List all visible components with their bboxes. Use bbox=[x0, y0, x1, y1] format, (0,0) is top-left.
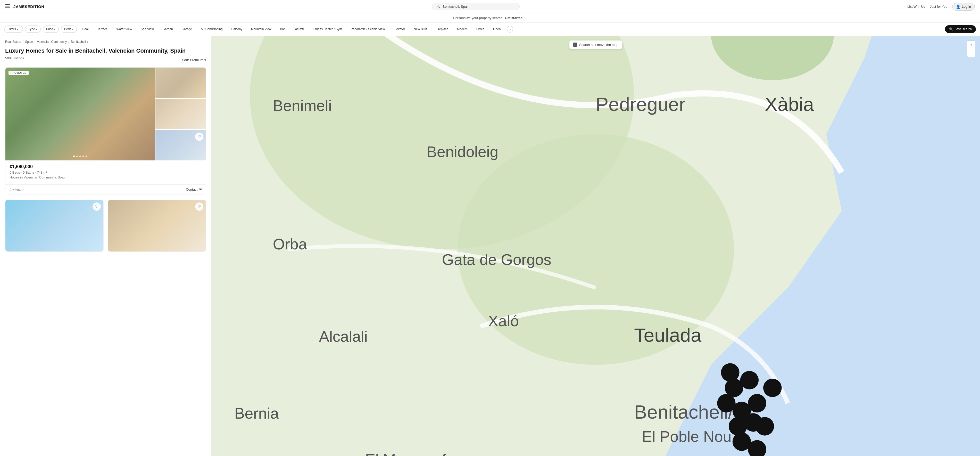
scroll-right-icon[interactable]: › bbox=[507, 26, 513, 32]
side-image-2 bbox=[156, 99, 206, 129]
sea-view-tag[interactable]: Sea View bbox=[137, 26, 157, 33]
image-dots bbox=[73, 156, 87, 157]
price-chevron: ▾ bbox=[54, 28, 56, 31]
search-as-move-control[interactable]: Search as I move the map bbox=[570, 40, 622, 49]
open-tag[interactable]: Open bbox=[490, 26, 504, 33]
zoom-in-button[interactable]: + bbox=[967, 40, 975, 49]
card-footer: luxinmo Contact ✉ bbox=[5, 184, 206, 194]
side-image-3: ♡ bbox=[156, 130, 206, 160]
personalize-bar: Personalize your property search Get sta… bbox=[0, 13, 980, 23]
type-filter[interactable]: Type ▾ bbox=[25, 26, 41, 33]
secondary-cards-row: ♡ ♡ bbox=[5, 199, 206, 252]
beds-filter[interactable]: Beds ▾ bbox=[61, 26, 77, 33]
air-conditioning-tag[interactable]: Air Conditioning bbox=[197, 26, 226, 33]
pool-tag[interactable]: Pool bbox=[79, 26, 92, 33]
page-title: Luxury Homes for Sale in Benitachell, Va… bbox=[5, 47, 206, 55]
filters-button[interactable]: Filters ⇄ bbox=[4, 26, 23, 33]
search-text: Benitachell, Spain bbox=[442, 5, 469, 8]
dot-3 bbox=[79, 156, 81, 157]
svg-text:Xaló: Xaló bbox=[488, 313, 519, 330]
new-built-tag[interactable]: New Built bbox=[410, 26, 430, 33]
save-listing-3-button[interactable]: ♡ bbox=[195, 202, 204, 211]
balcony-tag[interactable]: Balcony bbox=[228, 26, 246, 33]
svg-text:Benimeli: Benimeli bbox=[273, 97, 332, 114]
side-images: ♡ bbox=[156, 68, 206, 160]
sort-button[interactable]: Sort: Premium ▾ bbox=[182, 58, 206, 62]
breadcrumb-sep-2: / bbox=[35, 40, 35, 44]
small-card-1: ♡ bbox=[5, 199, 103, 252]
get-started-link[interactable]: Get started → bbox=[505, 16, 527, 20]
terrace-tag[interactable]: Terrace bbox=[94, 26, 111, 33]
price-filter[interactable]: Price ▾ bbox=[43, 26, 59, 33]
contact-icon: ✉ bbox=[199, 188, 202, 191]
main-image-placeholder bbox=[5, 68, 155, 160]
small-card-2: ♡ bbox=[108, 199, 206, 252]
search-bar[interactable]: 🔍 Benitachell, Spain bbox=[432, 3, 520, 10]
agent-logo: luxinmo bbox=[10, 187, 24, 191]
svg-text:Gata de Gorgos: Gata de Gorgos bbox=[442, 251, 551, 268]
login-button[interactable]: 👤 Log in bbox=[952, 3, 975, 11]
breadcrumb-sep-1: / bbox=[23, 40, 24, 44]
breadcrumb-real-estate[interactable]: Real Estate bbox=[5, 40, 21, 44]
svg-point-35 bbox=[729, 417, 747, 435]
small-image-placeholder-2 bbox=[108, 200, 206, 252]
svg-rect-0 bbox=[5, 5, 10, 5]
small-card-image-1: ♡ bbox=[5, 200, 103, 252]
bar-tag[interactable]: Bar bbox=[277, 26, 288, 33]
breadcrumb-benitachell[interactable]: Benitachell ▾ bbox=[71, 40, 88, 44]
dot-4 bbox=[82, 156, 84, 157]
breadcrumb-chevron: ▾ bbox=[87, 40, 88, 43]
water-view-tag[interactable]: Water View bbox=[113, 26, 135, 33]
menu-icon[interactable] bbox=[5, 5, 10, 9]
map-panel: Monte Pego El Verger Dénia Benimeli Beni… bbox=[212, 36, 980, 456]
svg-text:El Masserof: El Masserof bbox=[365, 451, 446, 456]
save-search-icon: 🔍 bbox=[949, 27, 953, 31]
breadcrumb-valencian[interactable]: Valencian Community bbox=[37, 40, 67, 44]
fitness-center-tag[interactable]: Fitness Center / Gym bbox=[309, 26, 345, 33]
card-info: €1,690,000 6 Beds · 5 Baths · 743 m² Hou… bbox=[5, 160, 206, 184]
search-bar-wrapper: 🔍 Benitachell, Spain bbox=[49, 3, 902, 10]
svg-point-39 bbox=[721, 363, 740, 382]
save-search-button[interactable]: 🔍 Save search bbox=[945, 25, 976, 33]
breadcrumb-sep-3: / bbox=[68, 40, 69, 44]
dot-5 bbox=[85, 156, 87, 157]
svg-rect-1 bbox=[5, 6, 10, 6]
map-zoom-controls: + − bbox=[967, 40, 975, 57]
site-logo[interactable]: JAMESEDITION bbox=[13, 5, 45, 9]
fireplace-tag[interactable]: Fireplace bbox=[432, 26, 452, 33]
card-location: House in Valencian Community, Spain bbox=[10, 175, 202, 179]
listing-count: 500+ listings bbox=[5, 56, 24, 60]
small-image-placeholder-1 bbox=[5, 200, 103, 252]
map-svg: Monte Pego El Verger Dénia Benimeli Beni… bbox=[212, 36, 980, 456]
save-listing-button[interactable]: ♡ bbox=[195, 132, 204, 141]
elevator-tag[interactable]: Elevator bbox=[390, 26, 408, 33]
office-tag[interactable]: Office bbox=[473, 26, 488, 33]
breadcrumb-spain[interactable]: Spain bbox=[25, 40, 33, 44]
garage-tag[interactable]: Garage bbox=[178, 26, 196, 33]
save-listing-2-button[interactable]: ♡ bbox=[92, 202, 101, 211]
type-chevron: ▾ bbox=[36, 28, 37, 31]
modern-tag[interactable]: Modern bbox=[453, 26, 471, 33]
card-specs: 6 Beds · 5 Baths · 743 m² bbox=[10, 171, 202, 174]
card-images: PROMOTED bbox=[5, 68, 206, 160]
garden-tag[interactable]: Garden bbox=[159, 26, 176, 33]
panoramic-tag[interactable]: Panoramic / Scenic View bbox=[347, 26, 388, 33]
zoom-out-button[interactable]: − bbox=[967, 49, 975, 57]
beds-label: Beds bbox=[64, 27, 71, 31]
left-panel: Real Estate / Spain / Valencian Communit… bbox=[0, 36, 212, 456]
contact-label: Contact bbox=[186, 188, 197, 191]
jacuzzi-tag[interactable]: Jacuzzi bbox=[290, 26, 307, 33]
just-for-you-link[interactable]: Just for You bbox=[930, 5, 948, 8]
svg-text:Bernia: Bernia bbox=[234, 405, 279, 422]
svg-point-30 bbox=[740, 371, 759, 389]
sort-label: Sort: Premium bbox=[182, 58, 204, 62]
list-with-us-link[interactable]: List With Us bbox=[907, 5, 925, 8]
search-as-move-label: Search as I move the map bbox=[579, 43, 618, 47]
side-image-1 bbox=[156, 68, 206, 98]
svg-rect-2 bbox=[5, 8, 10, 8]
search-as-move-checkbox[interactable] bbox=[573, 43, 577, 47]
svg-text:Orba: Orba bbox=[273, 236, 307, 253]
contact-button[interactable]: Contact ✉ bbox=[186, 188, 202, 191]
mountain-view-tag[interactable]: Mountain View bbox=[248, 26, 275, 33]
login-label: Log in bbox=[962, 5, 971, 8]
